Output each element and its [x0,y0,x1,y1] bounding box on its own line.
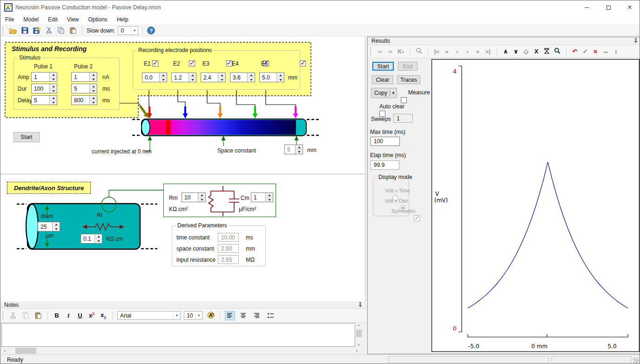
compress-x-icon[interactable]: ›‹ [377,48,383,55]
toolbar-grip[interactable] [2,26,4,35]
close-button[interactable]: × [619,0,640,14]
scroll-right-icon[interactable]: › [353,347,360,354]
scroll-thumb[interactable] [356,330,362,337]
spin-down-icon[interactable] [160,78,167,82]
electrode-e4-position-spinner[interactable]: 3.6 [230,73,255,82]
accept-icon[interactable]: ✓ [582,48,588,55]
spin-down-icon[interactable] [53,227,60,231]
paste-icon[interactable] [68,26,78,35]
expand-y-icon[interactable]: ◇ [523,48,529,55]
spin-down-icon[interactable] [90,77,97,81]
menu-view[interactable]: View [62,15,84,24]
pulse1-dur-spinner[interactable]: 100 [31,84,57,93]
menu-model[interactable]: Model [19,15,43,24]
notes-hscrollbar[interactable]: ‹ › [0,347,363,354]
spin-down-icon[interactable] [296,150,303,154]
symmetric-checkbox[interactable] [414,215,420,221]
ri-spinner[interactable]: 0.1 [81,234,102,244]
pulse2-delay-spinner[interactable]: 800 [71,95,97,105]
toolbar-grip[interactable] [2,311,4,320]
autoscale-icon[interactable] [544,48,550,55]
cut-icon[interactable] [8,311,18,320]
gain-up-icon[interactable]: ∧ [503,48,509,55]
pan-y-icon[interactable]: ↕ [613,48,619,55]
pin-icon[interactable] [357,302,363,308]
electrode-e1-checkbox[interactable] [152,60,158,66]
sweep-start-button[interactable]: Start [372,62,394,71]
spin-down-icon[interactable] [266,198,273,202]
scroll-left-icon[interactable]: ‹ [1,347,8,354]
spin-up-icon[interactable] [50,73,57,77]
cm-spinner[interactable]: 1 [251,192,273,202]
electrode-e3-checkbox[interactable] [226,60,232,66]
spin-up-icon[interactable] [50,84,57,89]
spin-up-icon[interactable] [296,145,303,150]
font-name-select[interactable]: Arial ▾ [117,311,181,320]
spin-up-icon[interactable] [50,96,57,100]
spin-down-icon[interactable] [50,100,57,105]
electrode-e1-position-spinner[interactable]: 0.0 [142,73,167,82]
font-dialog-icon[interactable]: A [206,311,215,320]
pulse2-amp-spinner[interactable]: 1 [71,72,97,82]
menu-help[interactable]: Help [112,15,133,24]
spin-up-icon[interactable] [53,222,60,227]
scroll-thumb[interactable] [15,348,36,354]
menu-options[interactable]: Options [84,15,112,24]
pulse2-dur-spinner[interactable]: 5 [71,84,97,93]
spin-up-icon[interactable] [90,73,97,77]
spin-up-icon[interactable] [90,96,97,100]
toolbar-grip[interactable] [370,47,372,56]
go-first-icon[interactable]: |« [434,48,440,55]
gain-down-icon[interactable]: ∨ [513,48,519,55]
chevron-down-icon[interactable]: ▾ [173,311,180,319]
run-start-button[interactable]: Start [13,132,40,142]
spin-up-icon[interactable] [95,234,102,239]
zoom-in-icon[interactable] [554,47,560,55]
copy-icon[interactable] [21,311,30,320]
open-file-icon[interactable] [8,26,17,35]
bold-button[interactable]: B [53,312,61,319]
spin-up-icon[interactable] [189,73,196,78]
spin-down-icon[interactable] [90,89,97,93]
italic-button[interactable]: I [64,312,73,319]
spin-up-icon[interactable] [160,73,167,78]
electrode-e2-position-spinner[interactable]: 1.2 [171,73,196,82]
align-left-button[interactable] [225,311,235,320]
subscript-button[interactable]: x2 [99,311,108,320]
spin-down-icon[interactable] [50,89,57,93]
spin-up-icon[interactable] [90,84,97,89]
pin-icon[interactable] [633,38,639,44]
spin-down-icon[interactable] [189,78,196,82]
go-last-icon[interactable]: »| [485,48,491,55]
clear-button[interactable]: Clear [372,75,393,84]
expand-x-icon[interactable]: ‹› [387,48,393,55]
measure-checkbox[interactable] [401,97,407,103]
spin-down-icon[interactable] [198,198,205,202]
delete-icon[interactable]: × [593,47,599,55]
go-fast-back-icon[interactable]: « [444,48,450,55]
spin-up-icon[interactable] [266,193,273,198]
spin-up-icon[interactable] [218,73,225,78]
font-size-select[interactable]: 10 ▾ [184,311,202,320]
resize-grip[interactable] [633,357,639,364]
superscript-button[interactable]: x2 [88,311,96,319]
notes-vscrollbar[interactable]: ⌃ ⌄ [355,323,363,347]
traces-button[interactable]: Traces [397,75,420,84]
slow-down-select[interactable]: 0 ▾ [118,26,138,35]
spin-down-icon[interactable] [90,100,97,105]
compress-y-icon[interactable]: X [533,48,539,55]
electrode-e5-checkbox[interactable] [300,60,306,66]
menu-file[interactable]: File [0,15,19,24]
diam-spinner[interactable]: 25 [38,222,60,232]
copy-split-button[interactable]: Copy ▼ [371,88,397,98]
undo-icon[interactable]: ↶ [572,48,578,55]
pulse1-amp-spinner[interactable]: 1 [31,72,57,82]
go-forward-icon[interactable]: › [465,48,471,55]
chevron-down-icon[interactable]: ▾ [195,311,202,319]
minimize-button[interactable] [576,0,598,14]
rm-spinner[interactable]: 10 [182,192,206,202]
go-back-icon[interactable]: ‹ [454,48,460,55]
max-time-input[interactable]: 100 [371,137,400,146]
help-icon[interactable]: ? [147,26,155,34]
maximize-button[interactable] [598,0,619,14]
